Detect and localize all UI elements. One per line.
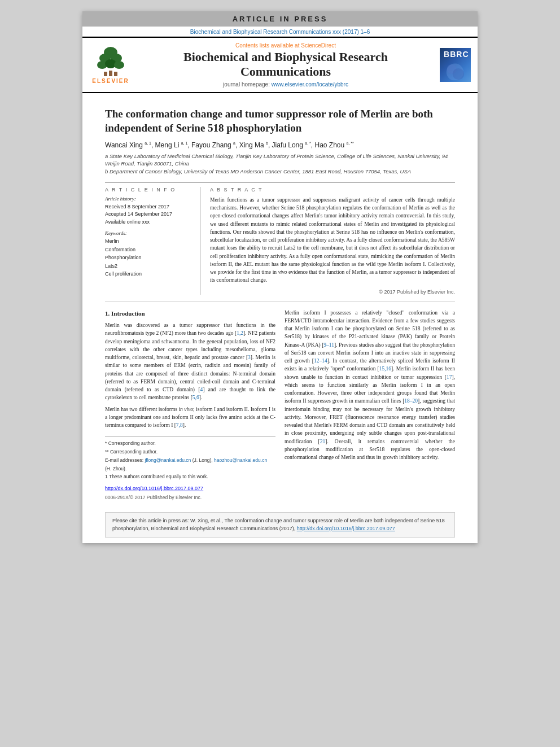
abstract-copyright: © 2017 Published by Elsevier Inc. [210,289,455,295]
footnote-double-star: ** Corresponding author. [105,448,275,456]
affiliation-a: a State Key Laboratory of Medicinal Chem… [105,152,455,168]
keyword-4: Lats2 [105,262,195,270]
content-area: The conformation change and tumor suppre… [82,93,478,507]
intro-para-2: Merlin has two different isoforms in viv… [105,405,275,430]
authors-line: Wancai Xing a, 1, Meng Li a, 1, Fayou Zh… [105,141,455,149]
svg-rect-7 [109,71,112,76]
body-content: 1. Introduction Merlin was discovered as… [105,309,455,501]
elsevier-tree-icon [94,46,128,77]
footnote-single-star: * Corresponding author. [105,440,275,447]
keyword-5: Cell proliferation [105,270,195,278]
citation-text: Please cite this article in press as: W.… [112,518,445,531]
bbrc-box: BBRC [440,48,471,82]
svg-rect-8 [104,72,107,76]
elsevier-logo: ELSEVIER [88,46,133,84]
article-in-press-banner: ARTICLE IN PRESS [82,11,478,27]
citation-doi-link[interactable]: http://dx.doi.org/10.1016/j.bbrc.2017.09… [297,526,395,531]
keyword-2: Conformation [105,246,195,254]
abstract-text: Merlin functions as a tumor suppressor a… [210,196,455,285]
keyword-3: Phosphorylation [105,254,195,261]
keywords-title: Keywords: [105,230,195,236]
bbrc-image-icon [441,59,469,80]
intro-para-1: Merlin was discovered as a tumor suppres… [105,321,275,402]
article-info-abstract: A R T I C L E I N F O Article history: R… [105,182,455,295]
body-left-col: 1. Introduction Merlin was discovered as… [105,309,275,501]
journal-header: ELSEVIER Contents lists available at Sci… [82,37,478,93]
email1-link[interactable]: jflong@nankai.edu.cn [145,457,191,463]
affiliation-b: b Department of Cancer Biology, Universi… [105,168,455,175]
journal-citation: Biochemical and Biophysical Research Com… [190,29,370,35]
bbrc-text: BBRC [444,50,469,59]
intro-section-title: 1. Introduction [105,309,275,318]
abstract-header: A B S T R A C T [210,187,455,193]
email2-link[interactable]: haozhou@nankai.edu.cn [214,457,267,463]
citation-box: Please cite this article in press as: W.… [105,512,455,538]
journal-title: Biochemical and Biophysical Research Com… [138,50,434,80]
email2-owner: (H. Zhou). [105,465,275,473]
email-line: E-mail addresses: jflong@nankai.edu.cn (… [105,457,275,464]
intro-right-para-1: Merlin isoform I possesses a relatively … [285,309,455,462]
svg-point-6 [114,61,124,69]
available-online: Available online xxx [105,219,195,226]
svg-rect-9 [114,72,117,76]
journal-info-bar: Biochemical and Biophysical Research Com… [82,27,478,37]
elsevier-label: ELSEVIER [92,78,129,84]
keyword-1: Merlin [105,237,195,245]
body-right-col: Merlin isoform I possesses a relatively … [285,309,455,501]
accepted-date: Accepted 14 September 2017 [105,211,195,219]
svg-point-12 [452,68,463,80]
article-info-col: A R T I C L E I N F O Article history: R… [105,187,201,295]
banner-text: ARTICLE IN PRESS [233,15,328,23]
page: ARTICLE IN PRESS Biochemical and Biophys… [82,11,478,543]
equal-contrib-note: 1 These authors contributed equally to t… [105,473,275,480]
abstract-col: A B S T R A C T Merlin functions as a tu… [210,187,455,295]
journal-title-block: Contents lists available at ScienceDirec… [138,42,434,88]
journal-homepage-link[interactable]: www.elsevier.com/locate/ybbrc [272,81,348,88]
content-divider [105,302,455,302]
footer-copyright: 0006-291X/© 2017 Published by Elsevier I… [105,494,275,501]
article-info-header: A R T I C L E I N F O [105,187,195,193]
doi-url[interactable]: http://dx.doi.org/10.1016/j.bbrc.2017.09… [105,486,203,491]
received-date: Received 8 September 2017 [105,203,195,211]
sciencedirect-line: Contents lists available at ScienceDirec… [138,42,434,49]
affiliations: a State Key Laboratory of Medicinal Chem… [105,152,455,175]
article-title: The conformation change and tumor suppre… [105,107,455,136]
doi-link: http://dx.doi.org/10.1016/j.bbrc.2017.09… [105,485,275,493]
journal-homepage: journal homepage: www.elsevier.com/locat… [138,81,434,88]
history-title: Article history: [105,196,195,202]
sciencedirect-link-text[interactable]: ScienceDirect [301,42,336,49]
bbrc-logo: BBRC [438,48,472,82]
footnotes: * Corresponding author. ** Corresponding… [105,436,275,480]
